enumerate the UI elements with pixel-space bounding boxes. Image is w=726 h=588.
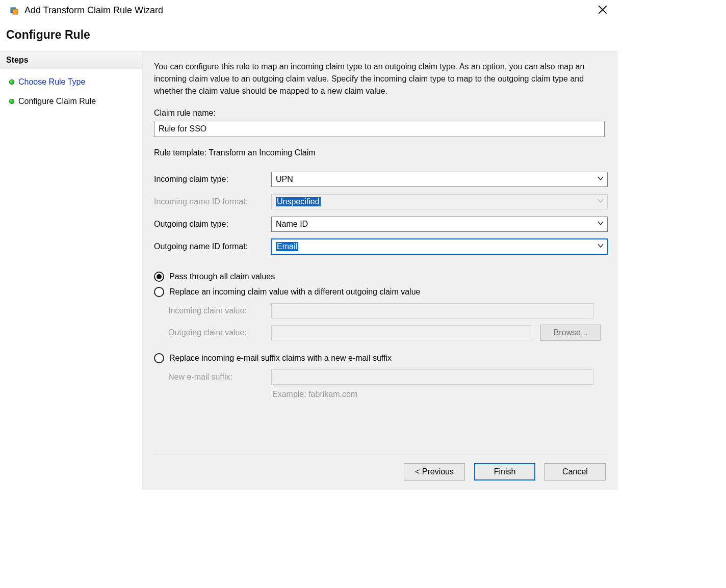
incoming-nameid-format-row: Incoming name ID format: Unspecified — [154, 194, 608, 209]
intro-text: You can configure this rule to map an in… — [154, 61, 598, 97]
claim-value-radio-group: Pass through all claim values Replace an… — [154, 266, 608, 399]
outgoing-nameid-format-label: Outgoing name ID format: — [154, 242, 262, 251]
radio-replace-value[interactable]: Replace an incoming claim value with a d… — [154, 287, 608, 297]
window-title: Add Transform Claim Rule Wizard — [24, 5, 163, 16]
steps-sidebar: Steps Choose Rule Type Configure Claim R… — [0, 51, 143, 490]
incoming-nameid-format-combo: Unspecified — [271, 194, 608, 209]
rule-template-line: Rule template: Transform an Incoming Cla… — [154, 148, 608, 157]
wizard-button-bar: < Previous Finish Cancel — [154, 455, 608, 490]
titlebar-left: Add Transform Claim Rule Wizard — [9, 5, 163, 16]
outgoing-claim-type-label: Outgoing claim type: — [154, 220, 262, 229]
steps-header: Steps — [0, 51, 142, 69]
claim-rule-name-input[interactable] — [154, 121, 605, 137]
incoming-nameid-format-label: Incoming name ID format: — [154, 197, 262, 206]
outgoing-nameid-format-combo[interactable]: Email — [271, 239, 608, 254]
incoming-claim-value-row: Incoming claim value: — [168, 303, 608, 318]
steps-list: Choose Rule Type Configure Claim Rule — [0, 69, 142, 118]
previous-button[interactable]: < Previous — [404, 463, 465, 480]
new-email-suffix-row: New e-mail suffix: — [168, 369, 608, 385]
close-button[interactable] — [595, 5, 610, 16]
incoming-claim-value-input — [271, 303, 593, 318]
radio-icon — [154, 272, 164, 282]
chevron-down-icon — [597, 220, 604, 229]
wizard-window: Add Transform Claim Rule Wizard Configur… — [0, 0, 617, 510]
incoming-claim-type-row: Incoming claim type: UPN — [154, 172, 608, 187]
claim-rule-name-label: Claim rule name: — [154, 109, 608, 118]
main-panel: You can configure this rule to map an in… — [143, 51, 618, 490]
chevron-down-icon — [597, 197, 604, 206]
suffix-example-text: Example: fabrikam.com — [272, 390, 608, 399]
chevron-down-icon — [597, 242, 604, 251]
browse-button: Browse... — [540, 325, 601, 341]
radio-pass-through[interactable]: Pass through all claim values — [154, 272, 608, 282]
step-bullet-icon — [9, 79, 14, 85]
step-configure-claim-rule[interactable]: Configure Claim Rule — [7, 94, 138, 113]
radio-replace-suffix[interactable]: Replace incoming e-mail suffix claims wi… — [154, 353, 608, 363]
combo-value: UPN — [276, 175, 293, 184]
outgoing-claim-value-input — [271, 325, 531, 340]
outgoing-claim-type-combo[interactable]: Name ID — [271, 217, 608, 232]
new-email-suffix-input — [271, 369, 593, 385]
radio-label: Replace an incoming claim value with a d… — [169, 287, 420, 297]
combo-value: Name ID — [276, 220, 308, 229]
cancel-button[interactable]: Cancel — [544, 463, 606, 480]
step-label: Choose Rule Type — [18, 77, 85, 87]
radio-label: Pass through all claim values — [169, 272, 275, 281]
outgoing-claim-type-row: Outgoing claim type: Name ID — [154, 217, 608, 232]
new-email-suffix-label: New e-mail suffix: — [168, 372, 262, 382]
step-choose-rule-type[interactable]: Choose Rule Type — [7, 74, 138, 94]
radio-label: Replace incoming e-mail suffix claims wi… — [169, 354, 392, 363]
radio-icon — [154, 353, 164, 363]
outgoing-claim-value-row: Outgoing claim value: Browse... — [168, 325, 608, 341]
incoming-claim-value-label: Incoming claim value: — [168, 306, 262, 315]
titlebar: Add Transform Claim Rule Wizard — [0, 0, 617, 25]
incoming-claim-type-label: Incoming claim type: — [154, 175, 262, 184]
step-bullet-icon — [9, 99, 14, 104]
radio-icon — [154, 287, 164, 297]
chevron-down-icon — [597, 175, 604, 184]
svg-rect-1 — [13, 9, 18, 14]
wizard-body: Steps Choose Rule Type Configure Claim R… — [0, 51, 617, 490]
outgoing-claim-value-label: Outgoing claim value: — [168, 328, 262, 337]
combo-value: Email — [276, 242, 298, 251]
page-heading: Configure Rule — [0, 25, 617, 51]
incoming-claim-type-combo[interactable]: UPN — [271, 172, 608, 187]
combo-value: Unspecified — [276, 197, 321, 206]
app-icon — [9, 6, 19, 16]
svg-point-2 — [11, 8, 13, 10]
finish-button[interactable]: Finish — [474, 463, 535, 480]
outgoing-nameid-format-row: Outgoing name ID format: Email — [154, 239, 608, 254]
step-label: Configure Claim Rule — [18, 97, 96, 106]
claim-rule-name-block: Claim rule name: — [154, 109, 608, 137]
